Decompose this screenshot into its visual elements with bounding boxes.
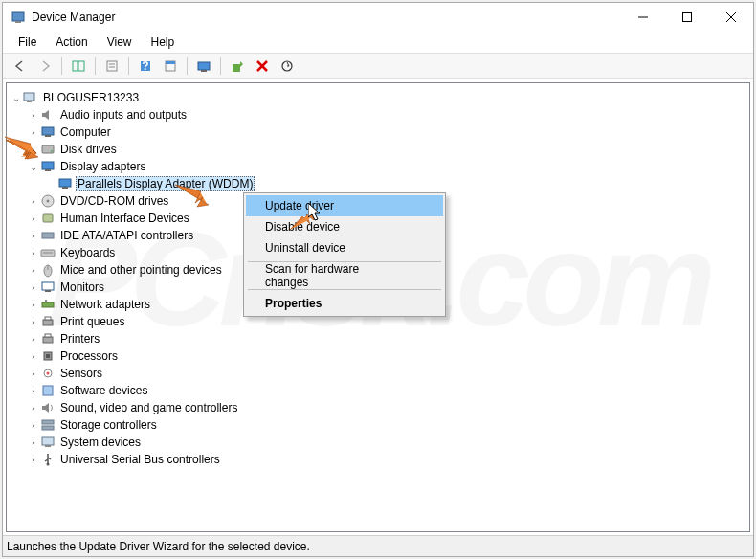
display-icon bbox=[57, 176, 73, 191]
tree-category[interactable]: ›Storage controllers bbox=[11, 416, 745, 434]
action-button[interactable] bbox=[159, 56, 182, 77]
help-button[interactable]: ? bbox=[134, 56, 157, 77]
tree-item-label: Parallels Display Adapter (WDDM) bbox=[76, 176, 255, 191]
minimize-button[interactable] bbox=[621, 3, 665, 32]
scan-button[interactable] bbox=[192, 56, 215, 77]
svg-point-32 bbox=[47, 200, 50, 203]
tree-item-label: Disk drives bbox=[58, 143, 119, 156]
svg-rect-6 bbox=[73, 61, 78, 71]
tree-item-label: Printers bbox=[58, 332, 101, 346]
tree-item-label: Print queues bbox=[58, 315, 126, 328]
expand-chevron-icon[interactable]: › bbox=[28, 317, 39, 327]
usb-icon bbox=[40, 452, 56, 467]
forward-button[interactable] bbox=[33, 56, 56, 77]
menu-view[interactable]: View bbox=[100, 34, 140, 51]
uninstall-button[interactable] bbox=[251, 56, 274, 77]
window-title: Device Manager bbox=[32, 11, 621, 24]
svg-rect-53 bbox=[42, 426, 54, 430]
tree-category[interactable]: ›System devices bbox=[11, 434, 745, 451]
close-button[interactable] bbox=[709, 3, 753, 32]
toolbar-separator bbox=[61, 57, 62, 75]
ctx-scan-hardware[interactable]: Scan for hardware changes bbox=[246, 265, 443, 286]
update-driver-button[interactable] bbox=[226, 56, 249, 77]
tree-device[interactable]: Parallels Display Adapter (WDDM) bbox=[11, 175, 745, 192]
tree-category[interactable]: ⌄Display adapters bbox=[11, 158, 745, 175]
mouse-icon bbox=[40, 262, 56, 278]
svg-point-26 bbox=[51, 150, 53, 152]
expand-chevron-icon[interactable]: › bbox=[28, 300, 39, 310]
cdrom-icon bbox=[40, 193, 56, 209]
svg-rect-44 bbox=[45, 317, 51, 320]
menu-help[interactable]: Help bbox=[144, 34, 183, 51]
tree-item-label: Processors bbox=[58, 349, 120, 363]
expand-chevron-icon[interactable]: › bbox=[28, 231, 39, 241]
tree-root[interactable]: ⌄BLOGUSER13233 bbox=[11, 89, 745, 106]
ctx-uninstall-device[interactable]: Uninstall device bbox=[246, 237, 443, 258]
tree-category[interactable]: ›Computer bbox=[11, 123, 745, 141]
ctx-disable-device[interactable]: Disable device bbox=[246, 216, 443, 237]
display-icon bbox=[40, 159, 56, 174]
svg-rect-30 bbox=[62, 187, 68, 189]
status-text: Launches the Update Driver Wizard for th… bbox=[7, 540, 310, 553]
svg-rect-55 bbox=[45, 445, 51, 447]
toolbar-separator bbox=[95, 57, 96, 75]
tree-category[interactable]: ›Printers bbox=[11, 330, 745, 347]
show-hide-tree-button[interactable] bbox=[67, 56, 90, 77]
svg-rect-14 bbox=[166, 61, 175, 64]
computer-icon bbox=[40, 124, 56, 140]
expand-chevron-icon[interactable]: › bbox=[28, 437, 39, 448]
svg-rect-33 bbox=[43, 214, 53, 222]
svg-point-56 bbox=[47, 463, 50, 466]
expand-chevron-icon[interactable]: › bbox=[28, 455, 39, 465]
expand-chevron-icon[interactable]: › bbox=[28, 248, 39, 258]
tree-item-label: Display adapters bbox=[58, 160, 147, 173]
toolbar: ? bbox=[3, 53, 753, 79]
expand-chevron-icon[interactable]: ⌄ bbox=[11, 93, 22, 103]
toolbar-separator bbox=[128, 57, 129, 75]
expand-chevron-icon[interactable]: › bbox=[28, 369, 39, 379]
printer-icon bbox=[40, 331, 56, 347]
expand-chevron-icon[interactable]: › bbox=[28, 196, 39, 207]
tree-item-label: Sensors bbox=[58, 367, 104, 380]
svg-rect-3 bbox=[683, 13, 692, 22]
expand-chevron-icon[interactable]: › bbox=[28, 334, 39, 345]
tree-category[interactable]: ›Processors bbox=[11, 347, 745, 365]
expand-chevron-icon[interactable]: › bbox=[28, 127, 39, 138]
back-button[interactable] bbox=[9, 56, 32, 77]
expand-chevron-icon[interactable]: › bbox=[28, 403, 39, 414]
svg-rect-24 bbox=[45, 135, 51, 137]
svg-rect-54 bbox=[42, 437, 54, 445]
tree-category[interactable]: ›Software devices bbox=[11, 382, 745, 399]
svg-rect-21 bbox=[24, 93, 34, 101]
expand-chevron-icon[interactable]: › bbox=[28, 282, 39, 293]
expand-chevron-icon[interactable]: › bbox=[28, 110, 39, 121]
expand-chevron-icon[interactable]: › bbox=[28, 386, 39, 396]
tree-item-label: Computer bbox=[58, 125, 113, 139]
tree-item-label: Keyboards bbox=[58, 246, 117, 259]
tree-item-label: BLOGUSER13233 bbox=[41, 91, 141, 104]
tree-item-label: Network adapters bbox=[58, 298, 152, 311]
properties-button[interactable] bbox=[100, 56, 123, 77]
ctx-update-driver[interactable]: Update driver bbox=[246, 195, 443, 216]
expand-chevron-icon[interactable]: › bbox=[28, 265, 39, 276]
tree-category[interactable]: ›Disk drives bbox=[11, 141, 745, 158]
tree-item-label: Audio inputs and outputs bbox=[58, 108, 189, 122]
expand-chevron-icon[interactable]: › bbox=[28, 213, 39, 224]
tree-category[interactable]: ›Sound, video and game controllers bbox=[11, 399, 745, 416]
tree-category[interactable]: ›Universal Serial Bus controllers bbox=[11, 451, 745, 468]
disable-button[interactable] bbox=[276, 56, 299, 77]
tree-category[interactable]: ›Audio inputs and outputs bbox=[11, 106, 745, 123]
expand-chevron-icon[interactable]: › bbox=[28, 145, 39, 155]
ctx-properties[interactable]: Properties bbox=[246, 293, 443, 314]
svg-rect-42 bbox=[45, 300, 47, 302]
svg-rect-1 bbox=[15, 21, 21, 23]
tree-category[interactable]: ›Sensors bbox=[11, 365, 745, 382]
expand-chevron-icon[interactable]: › bbox=[28, 351, 39, 362]
expand-chevron-icon[interactable]: ⌄ bbox=[28, 162, 39, 172]
maximize-button[interactable] bbox=[665, 3, 709, 32]
menu-action[interactable]: Action bbox=[48, 34, 95, 51]
menu-file[interactable]: File bbox=[11, 34, 44, 51]
disk-icon bbox=[40, 142, 56, 157]
tree-item-label: Software devices bbox=[58, 384, 149, 397]
expand-chevron-icon[interactable]: › bbox=[28, 420, 39, 431]
